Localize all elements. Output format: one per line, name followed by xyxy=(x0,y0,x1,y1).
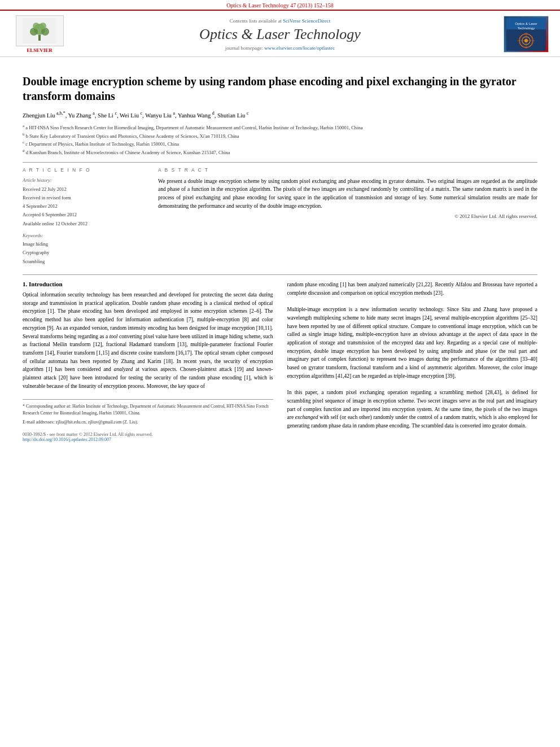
keyword-2: Cryptography xyxy=(23,248,147,257)
received-date: Received 22 July 2012 xyxy=(23,185,147,194)
svg-text:Optics & Laser: Optics & Laser xyxy=(515,22,537,25)
elsevier-logo-area: ELSEVIER xyxy=(11,15,68,53)
elsevier-logo xyxy=(16,15,64,46)
keyword-3: Scrambling xyxy=(23,257,147,266)
keywords-list: Image hiding Cryptography Scrambling xyxy=(23,240,147,266)
right-logo-area: Optics & Laser Technology xyxy=(492,16,549,53)
page-container: Optics & Laser Technology 47 (2013) 152–… xyxy=(0,0,560,453)
center-header: Contents lists available at SciVerse Sci… xyxy=(68,18,492,51)
available-date: Available online 12 October 2012 xyxy=(23,220,147,228)
journal-homepage: journal homepage: www.elsevier.com/locat… xyxy=(68,45,492,51)
sciverse-link[interactable]: SciVerse ScienceDirect xyxy=(283,18,330,24)
article-title: Double image encryption scheme by using … xyxy=(23,74,537,103)
elsevier-text: ELSEVIER xyxy=(27,47,53,53)
svg-point-6 xyxy=(40,23,46,29)
received-revised-label: Received in revised form xyxy=(23,194,147,202)
article-info-col: A R T I C L E I N F O Article history: R… xyxy=(23,167,147,266)
affiliations: a a HIT-INSA Sino French Research Center… xyxy=(23,123,537,156)
article-info-dates: Received 22 July 2012 Received in revise… xyxy=(23,185,147,228)
svg-point-5 xyxy=(33,23,40,29)
article-info-abstract-section: A R T I C L E I N F O Article history: R… xyxy=(23,167,537,266)
journal-name-top: Optics & Laser Technology 47 (2013) 152–… xyxy=(11,2,549,8)
journal-header: Optics & Laser Technology 47 (2013) 152–… xyxy=(0,0,560,11)
main-content: Double image encryption scheme by using … xyxy=(0,57,560,453)
body-left-text: Optical information security technology … xyxy=(23,291,273,391)
abstract-text: We present a double image encryption sch… xyxy=(158,177,537,211)
article-info-heading: A R T I C L E I N F O xyxy=(23,167,147,173)
svg-text:Technology: Technology xyxy=(518,27,535,30)
body-content: 1. Introduction Optical information secu… xyxy=(23,281,537,442)
issn-line: 0030-3992/$ - see front matter © 2012 El… xyxy=(23,432,273,437)
right-logo-box: Optics & Laser Technology xyxy=(504,16,549,53)
abstract-col: A B S T R A C T We present a double imag… xyxy=(158,167,537,266)
homepage-url[interactable]: www.elsevier.com/locate/optlastec xyxy=(264,45,335,51)
accepted-date: Accepted 6 September 2012 xyxy=(23,211,147,219)
body-left-col: 1. Introduction Optical information secu… xyxy=(23,281,273,442)
footnote-text: * Corresponding author at: Harbin Instit… xyxy=(23,403,273,426)
abstract-heading: A B S T R A C T xyxy=(158,167,537,173)
section1-title: 1. Introduction xyxy=(23,281,273,287)
footnote-section: * Corresponding author at: Harbin Instit… xyxy=(23,399,273,442)
article-history-label: Article history: xyxy=(23,177,147,183)
keywords-label: Keywords: xyxy=(23,233,147,238)
copyright-line: © 2012 Elsevier Ltd. All rights reserved… xyxy=(158,213,537,219)
keyword-1: Image hiding xyxy=(23,240,147,248)
svg-rect-1 xyxy=(38,35,41,41)
doi-line: http://dx.doi.org/10.1016/j.optlastec.20… xyxy=(23,437,273,442)
section-divider-1 xyxy=(23,162,537,163)
body-right-col: random phase encoding [1] has been analy… xyxy=(287,281,538,442)
sciverse-line: Contents lists available at SciVerse Sci… xyxy=(68,18,492,24)
section-divider-2 xyxy=(23,274,537,275)
revised-date: 4 September 2012 xyxy=(23,202,147,211)
journal-title-big: Optics & Laser Technology xyxy=(68,26,492,43)
body-right-text: random phase encoding [1] has been analy… xyxy=(287,281,538,430)
header-banner: ELSEVIER Contents lists available at Sci… xyxy=(0,11,560,57)
authors: Zhengjun Liu a,b,*, Yu Zhang a, She Li c… xyxy=(23,110,537,120)
